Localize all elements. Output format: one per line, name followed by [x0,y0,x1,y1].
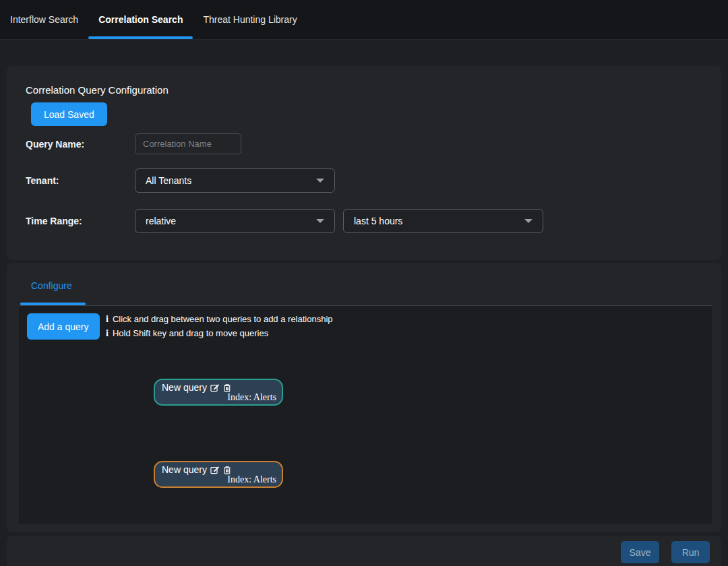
query-node-header: New query [155,462,282,475]
trash-icon[interactable] [223,466,231,474]
active-tab-underline [20,303,86,305]
tenant-row: Tenant: All Tenants [26,168,335,193]
time-range-label: Time Range: [26,216,135,226]
chevron-down-icon [316,179,324,183]
tab-configure[interactable]: Configure [31,280,72,291]
query-name-row: Query Name: [26,133,241,154]
query-node-2[interactable]: New query Index: Alerts [154,461,283,488]
load-saved-button[interactable]: Load Saved [31,102,107,126]
query-node-title: New query [162,382,207,393]
hint-move: i Hold Shift key and drag to move querie… [106,326,333,340]
query-name-input[interactable] [135,133,241,154]
run-button[interactable]: Run [671,541,710,563]
tab-label: Correlation Search [98,14,183,25]
panel-title: Correlation Query Configuration [26,84,169,96]
chevron-down-icon [524,219,533,223]
time-range-type-select[interactable]: relative [135,209,335,233]
tenant-selected-value: All Tenants [146,175,191,186]
footer-buttons: Save Run [621,541,710,563]
query-graph-canvas[interactable]: Add a query i Click and drag between two… [19,305,712,524]
edit-icon[interactable] [210,466,220,474]
tenant-label: Tenant: [26,175,135,186]
tab-label: Threat Hunting Library [203,14,297,25]
top-tab-bar: Interflow Search Correlation Search Thre… [0,0,728,40]
query-node-index-label: Index: Alerts [227,392,276,403]
query-name-label: Query Name: [26,139,135,150]
correlation-query-configuration-panel: Correlation Query Configuration Load Sav… [7,66,721,260]
add-query-button[interactable]: Add a query [27,313,100,340]
footer-action-bar: Save Run [7,536,721,566]
hint-relationship: i Click and drag between two queries to … [106,312,333,326]
query-node-header: New query [155,380,282,393]
trash-icon[interactable] [223,383,231,392]
time-range-value: last 5 hours [354,216,402,226]
tab-interflow-search[interactable]: Interflow Search [0,0,88,39]
hint-text: Hold Shift key and drag to move queries [113,326,268,340]
hint-text: Click and drag between two queries to ad… [113,312,333,326]
configure-panel: Configure Add a query i Click and drag b… [7,263,721,532]
info-icon: i [106,326,109,340]
chevron-down-icon [316,219,324,223]
query-node-title: New query [162,464,207,475]
canvas-hints: i Click and drag between two queries to … [106,312,333,340]
query-node-1[interactable]: New query Index: Alerts [154,379,283,406]
query-node-index-label: Index: Alerts [227,474,276,485]
tab-label: Interflow Search [10,14,78,25]
time-range-row: Time Range: relative last 5 hours [26,209,543,233]
time-range-type-value: relative [146,216,176,226]
edit-icon[interactable] [210,383,220,392]
info-icon: i [106,312,109,326]
tenant-select[interactable]: All Tenants [135,168,335,193]
tab-threat-hunting-library[interactable]: Threat Hunting Library [193,0,307,39]
save-button[interactable]: Save [621,541,659,563]
tab-correlation-search[interactable]: Correlation Search [88,0,193,39]
time-range-value-select[interactable]: last 5 hours [343,209,543,233]
